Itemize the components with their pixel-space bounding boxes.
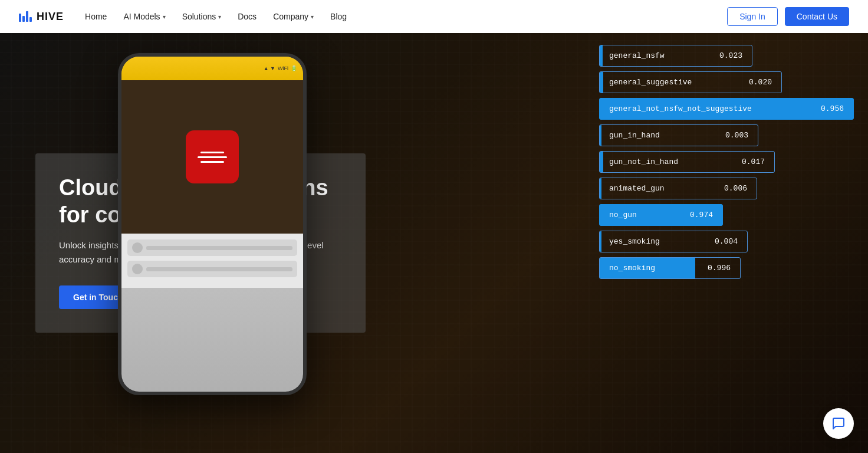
- navbar-right: Sign In Contact Us: [727, 7, 849, 26]
- chat-bubble-icon: [831, 416, 846, 431]
- result-label-no-gun: no_gun: [609, 211, 637, 219]
- sign-line-2: [198, 156, 227, 158]
- phone-wifi: WiFi: [278, 65, 288, 71]
- phone-bottom-content: [121, 234, 303, 288]
- result-label-yes-smoking: yes_smoking: [609, 237, 660, 246]
- logo-link[interactable]: HIVE: [19, 11, 64, 23]
- navbar-left: HIVE Home AI Models ▾ Solutions ▾ Docs C…: [19, 11, 347, 23]
- results-panel: general_nsfw 0.023 general_suggestive 0.…: [585, 33, 868, 453]
- result-value-general-nsfw: 0.023: [719, 51, 742, 60]
- logo-bar-1: [19, 14, 21, 22]
- logo-bar-2: [22, 16, 25, 22]
- result-row-no-gun: no_gun 0.974: [599, 204, 854, 226]
- phone-battery: 🔋: [291, 65, 297, 71]
- signin-button[interactable]: Sign In: [727, 7, 778, 26]
- result-value-general-suggestive: 0.020: [749, 78, 772, 87]
- result-row-gun-not-in-hand: gun_not_in_hand 0.017: [599, 151, 854, 173]
- result-content-animated-gun: animated_gun 0.006: [600, 178, 757, 199]
- result-content-no-gun: no_gun 0.974: [600, 205, 722, 225]
- result-value-animated-gun: 0.006: [724, 184, 747, 193]
- result-label-gun-not-in-hand: gun_not_in_hand: [609, 157, 678, 166]
- nav-docs[interactable]: Docs: [238, 12, 257, 21]
- hero-section: ▲ ▼ WiFi 🔋: [0, 0, 868, 453]
- result-row-general-suggestive: general_suggestive 0.020: [599, 71, 854, 93]
- result-box-no-smoking: no_smoking 0.996: [599, 257, 741, 279]
- logo-icon: [19, 11, 32, 22]
- result-row-animated-gun: animated_gun 0.006: [599, 178, 854, 199]
- nav-ai-models[interactable]: AI Models ▾: [123, 12, 165, 21]
- mini-avatar-1: [132, 242, 143, 253]
- result-box-general-nsfw: general_nsfw 0.023: [599, 45, 752, 67]
- result-box-gun-not-in-hand: gun_not_in_hand 0.017: [599, 151, 775, 173]
- result-content-yes-smoking: yes_smoking 0.004: [600, 231, 747, 252]
- result-content-no-smoking: no_smoking 0.996: [600, 258, 740, 278]
- sign-lines: [198, 152, 227, 163]
- phone-bottom-bar-2: [127, 261, 297, 277]
- result-row-general-not-nsfw: general_not_nsfw_not_suggestive 0.956: [599, 98, 854, 120]
- chevron-down-icon: ▾: [311, 14, 314, 20]
- phone-main-image: [121, 80, 303, 234]
- sign-line-1: [200, 152, 224, 153]
- result-box-animated-gun: animated_gun 0.006: [599, 178, 757, 199]
- nav-company[interactable]: Company ▾: [273, 12, 314, 21]
- result-row-yes-smoking: yes_smoking 0.004: [599, 231, 854, 252]
- result-value-yes-smoking: 0.004: [715, 237, 738, 246]
- phone-bottom-bar-1: [127, 239, 297, 256]
- logo-bar-3: [26, 11, 28, 22]
- result-label-general-nsfw: general_nsfw: [609, 51, 665, 60]
- phone-mockup-container: ▲ ▼ WiFi 🔋: [71, 41, 354, 419]
- logo-bar-4: [29, 17, 32, 22]
- result-content-general-not-nsfw: general_not_nsfw_not_suggestive 0.956: [600, 99, 853, 119]
- result-value-gun-not-in-hand: 0.017: [742, 157, 765, 166]
- nav-links: Home AI Models ▾ Solutions ▾ Docs Compan…: [85, 12, 347, 21]
- result-value-no-gun: 0.974: [690, 211, 713, 219]
- result-content-general-nsfw: general_nsfw 0.023: [600, 45, 752, 66]
- red-sign-icon: [186, 130, 239, 183]
- logo-text: HIVE: [37, 11, 64, 23]
- chat-fab-button[interactable]: [823, 408, 854, 439]
- sign-line-3: [200, 161, 224, 163]
- nav-solutions[interactable]: Solutions ▾: [182, 12, 222, 21]
- result-row-general-nsfw: general_nsfw 0.023: [599, 45, 854, 67]
- phone-screen: ▲ ▼ WiFi 🔋: [121, 57, 303, 392]
- result-box-general-not-nsfw: general_not_nsfw_not_suggestive 0.956: [599, 98, 854, 120]
- navbar: HIVE Home AI Models ▾ Solutions ▾ Docs C…: [0, 0, 868, 33]
- result-label-gun-in-hand: gun_in_hand: [609, 131, 660, 140]
- mini-text-2: [146, 267, 292, 271]
- mini-text-1: [146, 246, 292, 250]
- result-row-no-smoking: no_smoking 0.996: [599, 257, 854, 279]
- result-value-no-smoking: 0.996: [708, 264, 731, 273]
- nav-home[interactable]: Home: [85, 12, 107, 21]
- result-label-general-not-nsfw: general_not_nsfw_not_suggestive: [609, 104, 752, 113]
- phone-status-bar: ▲ ▼ WiFi 🔋: [121, 57, 303, 80]
- result-content-general-suggestive: general_suggestive 0.020: [600, 72, 781, 93]
- chevron-down-icon: ▾: [163, 14, 166, 20]
- result-label-animated-gun: animated_gun: [609, 184, 665, 193]
- result-box-no-gun: no_gun 0.974: [599, 204, 723, 226]
- mini-avatar-2: [132, 264, 143, 274]
- result-label-general-suggestive: general_suggestive: [609, 78, 692, 87]
- phone-mockup: ▲ ▼ WiFi 🔋: [118, 53, 307, 395]
- result-content-gun-in-hand: gun_in_hand 0.003: [600, 125, 758, 146]
- result-content-gun-not-in-hand: gun_not_in_hand 0.017: [600, 152, 774, 172]
- result-value-gun-in-hand: 0.003: [725, 131, 748, 140]
- result-label-no-smoking: no_smoking: [609, 264, 655, 273]
- phone-signal: ▲ ▼: [264, 65, 275, 71]
- contact-button[interactable]: Contact Us: [785, 7, 849, 26]
- result-box-yes-smoking: yes_smoking 0.004: [599, 231, 748, 252]
- chevron-down-icon: ▾: [218, 14, 221, 20]
- result-value-general-not-nsfw: 0.956: [821, 104, 844, 113]
- result-row-gun-in-hand: gun_in_hand 0.003: [599, 124, 854, 146]
- result-box-general-suggestive: general_suggestive 0.020: [599, 71, 782, 93]
- nav-blog[interactable]: Blog: [330, 12, 347, 21]
- result-box-gun-in-hand: gun_in_hand 0.003: [599, 124, 758, 146]
